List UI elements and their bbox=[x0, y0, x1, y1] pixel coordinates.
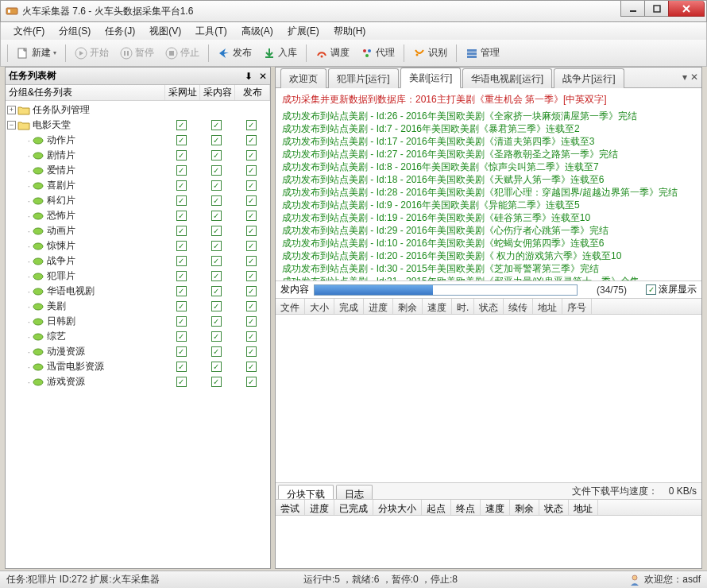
panel-close-icon[interactable]: ✕ bbox=[259, 71, 270, 82]
menu-item[interactable]: 帮助(H) bbox=[327, 23, 373, 40]
tree-root[interactable]: +任务队列管理 bbox=[7, 103, 269, 118]
grid-col[interactable]: 剩余 bbox=[393, 299, 423, 314]
progress-row: 发内容 (34/75) ✓滚屏显示 bbox=[276, 281, 701, 299]
menu-item[interactable]: 分组(S) bbox=[52, 23, 97, 40]
recognize-button[interactable]: 识别 bbox=[409, 44, 451, 61]
tab[interactable]: 华语电视剧[运行] bbox=[462, 68, 552, 88]
log-line: 成功发布到站点美剧 - Id:30 - 2015年美国欧美剧《芝加哥警署第三季》… bbox=[282, 262, 695, 275]
tree-item[interactable]: ·喜剧片 bbox=[7, 178, 269, 193]
tree-item[interactable]: ·犯罪片 bbox=[7, 269, 269, 284]
tree-columns: 分组&任务列表 采网址 采内容 发布 bbox=[6, 85, 270, 101]
task-icon bbox=[32, 165, 44, 176]
menu-item[interactable]: 任务(J) bbox=[99, 23, 141, 40]
task-icon bbox=[32, 256, 44, 267]
tree-item[interactable]: ·综艺 bbox=[7, 329, 269, 344]
download-grid-header: 尝试进度已完成分块大小起点终点速度剩余状态地址 bbox=[276, 500, 701, 516]
grid-col[interactable]: 续传 bbox=[504, 299, 533, 314]
download-tab[interactable]: 分块下载 bbox=[278, 485, 334, 499]
new-icon bbox=[17, 47, 29, 60]
log-list[interactable]: 成功发布到站点美剧 - Id:26 - 2016年美国欧美剧《全家挤一块麻烦满屋… bbox=[276, 110, 701, 281]
tree-item[interactable]: ·剧情片 bbox=[7, 148, 269, 163]
tree-item[interactable]: ·华语电视剧 bbox=[7, 284, 269, 299]
status-right: 欢迎您：asdf bbox=[628, 573, 701, 586]
new-button[interactable]: 新建 ▾ bbox=[13, 44, 60, 61]
tab-menu-icon[interactable]: ▾ bbox=[682, 72, 687, 83]
pin-icon[interactable]: ⬇ bbox=[245, 71, 256, 82]
tree-item[interactable]: ·战争片 bbox=[7, 253, 269, 269]
grid-col[interactable]: 序号 bbox=[562, 299, 592, 314]
tree-item[interactable]: ·动作片 bbox=[7, 133, 269, 148]
play-icon bbox=[75, 47, 87, 60]
grid-col[interactable]: 已完成 bbox=[334, 500, 373, 515]
menu-item[interactable]: 高级(A) bbox=[235, 23, 280, 40]
grid-body[interactable] bbox=[276, 315, 701, 482]
tab[interactable]: 美剧[运行] bbox=[400, 68, 462, 88]
grid-col[interactable]: 时. bbox=[452, 299, 474, 314]
grid-col[interactable]: 速度 bbox=[423, 299, 452, 314]
stop-button[interactable]: 停止 bbox=[161, 44, 203, 61]
grid-col[interactable]: 进度 bbox=[364, 299, 393, 314]
tree-item[interactable]: ·日韩剧 bbox=[7, 314, 269, 329]
tree-item[interactable]: ·动画片 bbox=[7, 223, 269, 238]
collapse-icon[interactable]: − bbox=[7, 121, 16, 130]
task-icon bbox=[32, 346, 44, 358]
grid-col[interactable]: 剩余 bbox=[510, 500, 539, 515]
menu-item[interactable]: 扩展(E) bbox=[281, 23, 326, 40]
grid-col[interactable]: 终点 bbox=[451, 500, 481, 515]
dropdown-icon: ▾ bbox=[53, 49, 56, 56]
svg-rect-9 bbox=[124, 51, 126, 56]
grid-col[interactable]: 速度 bbox=[481, 500, 510, 515]
grid-col[interactable]: 起点 bbox=[422, 500, 451, 515]
tree-item[interactable]: ·惊悚片 bbox=[7, 238, 269, 253]
tree-item[interactable]: ·动漫资源 bbox=[7, 344, 269, 359]
pause-button[interactable]: 暂停 bbox=[116, 44, 158, 61]
svg-point-23 bbox=[33, 153, 43, 159]
grid-header: 文件大小完成进度剩余速度时.状态续传地址序号 bbox=[276, 299, 701, 315]
svg-point-32 bbox=[33, 288, 43, 295]
tree-item[interactable]: ·美剧 bbox=[7, 299, 269, 314]
grid-col[interactable]: 进度 bbox=[305, 500, 334, 515]
svg-point-33 bbox=[33, 304, 43, 310]
tab[interactable]: 犯罪片[运行] bbox=[328, 68, 399, 88]
grid-col[interactable]: 状态 bbox=[474, 299, 504, 314]
svg-point-37 bbox=[33, 364, 43, 370]
menu-item[interactable]: 文件(F) bbox=[7, 23, 51, 40]
tab[interactable]: 战争片[运行] bbox=[554, 68, 624, 88]
maximize-button[interactable] bbox=[644, 1, 668, 17]
tree-item[interactable]: ·爱情片 bbox=[7, 163, 269, 178]
tree-item[interactable]: ·迅雷电影资源 bbox=[7, 359, 269, 374]
tab[interactable]: 欢迎页 bbox=[280, 68, 326, 88]
grid-col[interactable]: 地址 bbox=[569, 500, 598, 515]
log-line: 成功发布到站点美剧 - Id:8 - 2016年美国欧美剧《惊声尖叫第二季》连载… bbox=[282, 161, 695, 173]
proxy-button[interactable]: 代理 bbox=[357, 44, 399, 61]
app-icon bbox=[6, 5, 18, 17]
grid-col[interactable]: 尝试 bbox=[276, 500, 305, 515]
grid-col[interactable]: 状态 bbox=[539, 500, 569, 515]
grid-col[interactable]: 完成 bbox=[334, 299, 364, 314]
menu-item[interactable]: 视图(V) bbox=[143, 23, 187, 40]
menu-item[interactable]: 工具(T) bbox=[189, 23, 233, 40]
download-tab[interactable]: 日志 bbox=[336, 485, 373, 499]
grid-col[interactable]: 文件 bbox=[276, 299, 305, 314]
tree-item[interactable]: ·恐怖片 bbox=[7, 208, 269, 223]
start-button[interactable]: 开始 bbox=[71, 44, 113, 61]
minimize-button[interactable] bbox=[620, 1, 644, 17]
manage-button[interactable]: 管理 bbox=[462, 44, 504, 61]
import-button[interactable]: 入库 bbox=[259, 44, 301, 61]
tree-group[interactable]: −电影天堂 bbox=[7, 118, 269, 133]
task-tree[interactable]: +任务队列管理−电影天堂·动作片·剧情片·爱情片·喜剧片·科幻片·恐怖片·动画片… bbox=[6, 101, 270, 568]
tree-item[interactable]: ·科幻片 bbox=[7, 193, 269, 208]
publish-button[interactable]: 发布 bbox=[214, 44, 256, 61]
tab-close-icon[interactable]: ✕ bbox=[690, 72, 698, 83]
expand-icon[interactable]: + bbox=[7, 106, 16, 114]
task-icon bbox=[32, 241, 44, 252]
scroll-checkbox[interactable]: ✓滚屏显示 bbox=[646, 283, 697, 296]
tree-item[interactable]: ·游戏资源 bbox=[7, 374, 269, 389]
close-button[interactable] bbox=[668, 1, 705, 17]
grid-col[interactable]: 地址 bbox=[533, 299, 562, 314]
download-grid-body[interactable] bbox=[276, 516, 701, 568]
grid-col[interactable]: 大小 bbox=[305, 299, 334, 314]
schedule-button[interactable]: 调度 bbox=[311, 44, 354, 61]
grid-col[interactable]: 分块大小 bbox=[373, 500, 422, 515]
progress-label: 发内容 bbox=[280, 283, 309, 296]
